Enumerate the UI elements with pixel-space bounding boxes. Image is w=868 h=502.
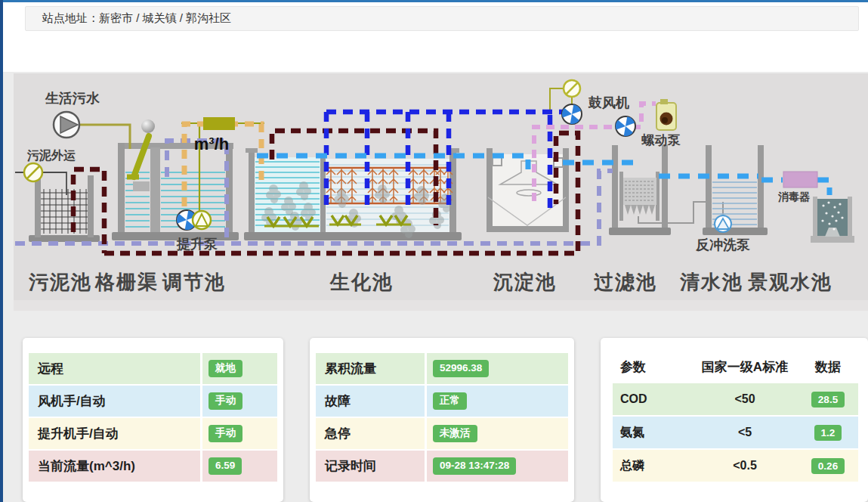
label-peristaltic-pump: 螺动泵 <box>642 132 681 149</box>
status-badge: 就地 <box>209 360 242 377</box>
left-accent-bar <box>0 0 3 502</box>
label-sludge-out: 污泥外运 <box>27 148 76 164</box>
row-cod: COD <50 28.5 <box>613 383 858 415</box>
row-current-flow: 当前流量(m^3/h) 6.59 <box>29 451 277 482</box>
status-badge: 6.59 <box>209 457 242 475</box>
label-disinfector: 消毒器 <box>778 191 810 204</box>
value-badge: 28.5 <box>811 392 845 407</box>
param-name: 总磷 <box>613 458 692 474</box>
row-estop: 急停 未激活 <box>316 418 568 449</box>
param-standard: <50 <box>692 392 798 406</box>
row-label: 提升机手/自动 <box>29 418 200 449</box>
diagram-background-strip <box>14 300 868 311</box>
top-accent-bar <box>0 0 868 2</box>
label-tank-filter: 过滤池 <box>594 269 657 296</box>
quality-header-row: 参数 国家一级A标准 数据 <box>613 352 858 382</box>
runtime-status-card: 累积流量 52996.38 故障 正常 急停 未激活 记录时间 09-28 13… <box>310 338 574 502</box>
param-standard: <0.5 <box>692 459 798 473</box>
row-label: 故障 <box>316 386 425 417</box>
row-label: 当前流量(m^3/h) <box>29 451 200 482</box>
row-label: 记录时间 <box>316 451 425 482</box>
row-remote: 远程 就地 <box>29 353 277 384</box>
row-phosphorus: 总磷 <0.5 0.26 <box>613 450 858 482</box>
row-fan-mode: 风机手/自动 手动 <box>29 386 277 417</box>
label-sewage-inlet: 生活污水 <box>45 89 100 107</box>
value-badge: 0.26 <box>811 458 845 474</box>
header-data: 数据 <box>798 358 858 376</box>
water-quality-card: 参数 国家一级A标准 数据 COD <50 28.5 氨氮 <5 1.2 总磷 … <box>601 338 868 502</box>
row-label: 累积流量 <box>316 353 425 384</box>
status-badge: 正常 <box>433 392 467 410</box>
label-tank-clearwater: 清水池 <box>680 269 743 296</box>
status-badge: 09-28 13:47:28 <box>433 457 516 475</box>
status-badge: 未激活 <box>433 425 477 442</box>
status-badge: 手动 <box>209 392 242 410</box>
row-label: 风机手/自动 <box>29 386 200 417</box>
label-backwash-pump: 反冲洗泵 <box>696 236 750 254</box>
label-flow-unit: m³/h <box>194 135 229 154</box>
row-record-time: 记录时间 09-28 13:47:28 <box>316 451 568 482</box>
param-standard: <5 <box>692 426 798 439</box>
row-ammonia: 氨氮 <5 1.2 <box>613 417 858 448</box>
label-blower: 鼓风机 <box>588 94 629 112</box>
label-tank-sedimentation: 沉淀池 <box>493 269 557 296</box>
param-name: 氨氮 <box>613 425 692 441</box>
row-label: 急停 <box>316 418 425 449</box>
row-lift-mode: 提升机手/自动 手动 <box>29 418 277 449</box>
value-badge: 1.2 <box>814 425 842 441</box>
label-tank-biochemical: 生化池 <box>330 269 394 296</box>
status-badge: 手动 <box>209 425 242 442</box>
header-standard: 国家一级A标准 <box>692 358 798 376</box>
site-address-label: 站点地址：新密市 / 城关镇 / 郭沟社区 <box>42 11 231 26</box>
control-status-card: 远程 就地 风机手/自动 手动 提升机手/自动 手动 当前流量(m^3/h) 6… <box>23 338 283 502</box>
param-name: COD <box>613 392 692 406</box>
diagram-background <box>14 73 868 300</box>
label-tank-landscape: 景观水池 <box>748 269 832 296</box>
row-total-flow: 累积流量 52996.38 <box>316 353 568 384</box>
row-fault: 故障 正常 <box>316 386 568 417</box>
label-tank-sludge: 污泥池 <box>29 269 92 296</box>
status-badge: 52996.38 <box>433 360 489 377</box>
label-tank-regulating: 调节池 <box>162 269 226 296</box>
breadcrumb: 站点地址：新密市 / 城关镇 / 郭沟社区 <box>25 6 859 31</box>
row-label: 远程 <box>29 353 200 384</box>
header-param: 参数 <box>613 358 692 376</box>
label-tank-grille: 格栅渠 <box>95 269 159 296</box>
label-lift-pump: 提升泵 <box>177 235 218 253</box>
